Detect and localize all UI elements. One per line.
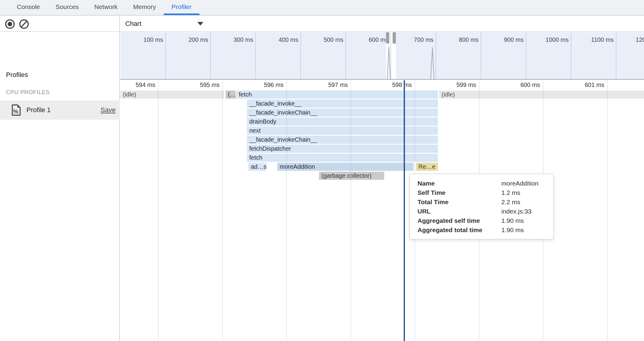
tab-console[interactable]: Console <box>9 0 48 15</box>
flame-bar-facade-invokechain[interactable]: __facade_invokeChain__ <box>247 136 438 144</box>
view-mode-select[interactable]: Chart <box>125 16 203 32</box>
flame-bar-idle[interactable]: (idle) <box>120 91 224 99</box>
timeline-ruler: 594 ms 595 ms 596 ms 597 ms 598 ms 599 m… <box>120 80 644 90</box>
tooltip-label: Aggregated total time <box>418 225 501 235</box>
frame-tooltip: Name moreAddition Self Time 1.2 ms Total… <box>409 174 554 239</box>
ruler-tick-label: 600 ms <box>480 80 540 90</box>
time-marker-line[interactable] <box>404 80 405 341</box>
selection-right-handle[interactable] <box>393 32 396 44</box>
ruler-tick-label: 594 ms <box>120 80 155 90</box>
ruler-tick-label: 601 ms <box>544 80 604 90</box>
flame-bar-program[interactable]: (… <box>226 91 236 99</box>
tab-memory[interactable]: Memory <box>125 0 164 15</box>
tooltip-label: Name <box>418 179 501 188</box>
flame-bar-next[interactable]: next <box>247 127 438 135</box>
tooltip-label: Total Time <box>418 197 501 207</box>
selection-left-handle[interactable] <box>386 32 389 44</box>
flame-bar-fetch[interactable]: fetch <box>247 154 438 162</box>
tooltip-value: moreAddition <box>501 179 547 188</box>
tooltip-value: 2.2 ms <box>501 197 547 207</box>
tab-bar: Console Sources Network Memory Profiler <box>0 0 644 16</box>
svg-text:%: % <box>13 108 18 115</box>
ruler-tick-label: 595 ms <box>159 80 220 90</box>
flame-bar-fetch[interactable]: fetch <box>236 91 438 99</box>
cpu-profiles-section-label: CPU PROFILES <box>6 89 50 96</box>
timeline-overview[interactable]: 100 ms 200 ms 300 ms 400 ms 500 ms 600 m… <box>120 32 644 80</box>
ruler-tick-label: 598 ms <box>352 80 412 90</box>
tab-network[interactable]: Network <box>87 0 125 15</box>
ruler-tick-label: 597 ms <box>288 80 348 90</box>
ruler-tick-label: 599 ms <box>416 80 476 90</box>
profile-name: Profile 1 <box>26 106 51 114</box>
overview-activity-graph <box>120 32 644 80</box>
chevron-down-icon <box>197 22 203 26</box>
devtools-profiler-panel: Console Sources Network Memory Profiler … <box>0 0 644 341</box>
flame-bar-fetchdispatcher[interactable]: fetchDispatcher <box>247 145 438 153</box>
flame-bar-facade-invoke[interactable]: __facade_invoke__ <box>247 100 438 108</box>
tooltip-value: 1.90 ms <box>501 225 547 235</box>
flame-bar-garbage-collector[interactable]: (garbage collector) <box>319 172 384 180</box>
flame-bar-regexp[interactable]: Re…e <box>416 163 438 171</box>
save-profile-link[interactable]: Save <box>101 100 116 120</box>
view-mode-value: Chart <box>125 20 141 28</box>
view-toolbar: Chart <box>120 16 644 32</box>
profiles-sidebar: Profiles CPU PROFILES % Profile 1 Save <box>0 32 120 341</box>
flame-bar-moreaddition[interactable]: moreAddition <box>277 163 414 171</box>
tooltip-label: URL <box>418 207 501 216</box>
flame-bar-facade-invokechain[interactable]: __facade_invokeChain__ <box>247 109 438 117</box>
tooltip-value: index.js:33 <box>501 207 547 216</box>
flame-chart[interactable]: (idle) (… fetch (idle) __facade_invoke__… <box>120 90 644 341</box>
record-icon[interactable] <box>5 19 15 29</box>
flame-bar-drainbody[interactable]: drainBody <box>247 118 438 126</box>
ruler-tick-label: 596 ms <box>223 80 284 90</box>
tab-sources[interactable]: Sources <box>48 0 87 15</box>
tooltip-value: 1.2 ms <box>501 188 547 197</box>
flame-bar-addnumbers[interactable]: ad…s <box>248 163 266 171</box>
tooltip-value: 1.90 ms <box>501 216 547 225</box>
profile-document-icon: % <box>11 104 22 116</box>
sidebar-item-profile-1[interactable]: % Profile 1 Save <box>0 100 120 120</box>
profiler-toolbar <box>0 16 120 32</box>
tab-profiler[interactable]: Profiler <box>164 0 199 15</box>
flame-bar-idle[interactable]: (idle) <box>439 91 644 99</box>
profiles-heading: Profiles <box>6 71 28 79</box>
tooltip-label: Self Time <box>418 188 501 197</box>
clear-icon[interactable] <box>19 19 29 29</box>
tooltip-label: Aggregated self time <box>418 216 501 225</box>
